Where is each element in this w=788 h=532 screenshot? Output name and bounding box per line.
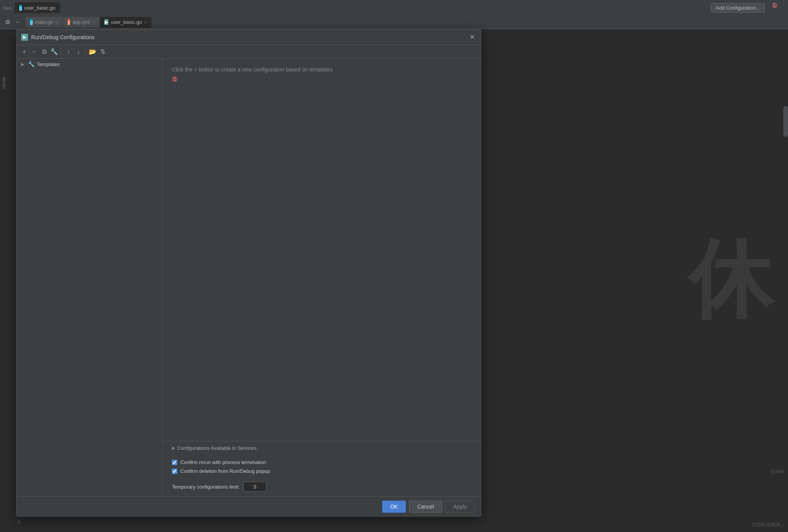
ide-second-tab-bar: ⚙ − g main.go × y app.yml × ▶ user_basic… — [0, 15, 788, 29]
circled-1: ① — [772, 2, 777, 9]
templates-arrow-icon: ▶ — [21, 62, 26, 67]
dialog-titlebar: ▶ Run/Debug Configurations ✕ — [17, 30, 481, 45]
minus-icon[interactable]: − — [13, 18, 22, 27]
copy-config-toolbar-button[interactable]: ⧉ — [40, 47, 49, 56]
remove-config-toolbar-button[interactable]: − — [30, 47, 39, 56]
run-debug-configurations-dialog: ▶ Run/Debug Configurations ✕ + − ⧉ 🔧 ↑ ↓… — [16, 29, 481, 517]
dao-label: dao — [3, 5, 12, 11]
config-section-header[interactable]: ▶ Configurations Available in Services — [172, 445, 472, 451]
tab-close-user[interactable]: × — [144, 20, 146, 25]
dialog-right-panel: Click the + button to create a new confi… — [163, 59, 481, 496]
tab-go-icon-main: g — [30, 19, 33, 25]
gear-icon[interactable]: ⚙ — [3, 18, 12, 27]
tab-user-basic-go[interactable]: ▶ user_basic.go × — [100, 17, 151, 28]
dialog-toolbar: + − ⧉ 🔧 ↑ ↓ 📂 ⇅ — [17, 45, 481, 59]
tab-icon-go: g — [19, 5, 22, 11]
move-down-toolbar-button[interactable]: ↓ — [74, 47, 83, 56]
wrench-toolbar-button[interactable]: 🔧 — [50, 47, 59, 56]
tab-close-yaml[interactable]: × — [92, 20, 95, 25]
scrollbar[interactable] — [783, 106, 788, 137]
wrench-tree-icon: 🔧 — [28, 61, 35, 67]
circled-2-label: ② — [172, 76, 472, 83]
hint-container: Click the + button to create a new confi… — [172, 66, 472, 76]
bg-console-text: nsole — [1, 77, 7, 89]
dialog-title-icon: ▶ — [21, 34, 28, 41]
folder-toolbar-button[interactable]: 📂 — [88, 47, 97, 56]
temp-config-label: Temporary configurations limit: — [172, 484, 239, 490]
confirm-rerun-checkbox[interactable] — [172, 460, 177, 465]
dialog-title: Run/Debug Configurations — [31, 34, 95, 40]
bg-csdn-label: CSDN @两哥... — [752, 522, 784, 528]
apply-button[interactable]: Apply — [445, 501, 475, 513]
dialog-body: ▶ 🔧 Templates Click the + button to crea… — [17, 59, 481, 496]
tab-app-yml[interactable]: y app.yml × — [63, 17, 99, 28]
bg-right-content: 休 GOPA CSDN @两哥... — [673, 29, 788, 532]
dialog-close-button[interactable]: ✕ — [468, 33, 476, 41]
toolbar-separator-2 — [85, 48, 86, 55]
hint-text-prefix: Click the — [172, 66, 193, 73]
config-available-section: ▶ Configurations Available in Services — [163, 441, 481, 455]
hint-plus-symbol: + — [194, 66, 197, 73]
temp-config-input[interactable]: 5 — [243, 482, 266, 492]
dialog-right-content-area: Click the + button to create a new confi… — [163, 59, 481, 441]
temp-config-row: Temporary configurations limit: 5 — [163, 479, 481, 496]
tab-main-go[interactable]: g main.go × — [25, 17, 62, 28]
add-configuration-button[interactable]: Add Configuration... — [711, 3, 765, 13]
checkboxes-area: Confirm rerun with process termination C… — [163, 455, 481, 479]
confirm-deletion-label: Confirm deletion from Run/Debug popup — [180, 468, 270, 474]
ok-button[interactable]: OK — [382, 501, 406, 513]
config-section-arrow-icon: ▶ — [172, 446, 175, 451]
confirm-rerun-checkbox-row[interactable]: Confirm rerun with process termination — [172, 459, 472, 465]
tab-yaml-icon: y — [68, 19, 70, 25]
hint-text-suffix: button to create a new configuration bas… — [199, 66, 333, 73]
add-config-toolbar-button[interactable]: + — [20, 47, 29, 56]
bg-gopath-label: GOPA — [770, 469, 784, 474]
config-section-label: Configurations Available in Services — [177, 445, 256, 451]
cancel-button[interactable]: Cancel — [409, 501, 442, 513]
help-question-icon[interactable]: ? — [17, 520, 20, 526]
confirm-rerun-label: Confirm rerun with process termination — [180, 459, 266, 465]
dialog-footer: OK Cancel Apply — [17, 496, 481, 516]
tab-close-main[interactable]: × — [55, 20, 57, 25]
ide-tab-bar: dao g user_basic.go Add Configuration...… — [0, 0, 788, 15]
templates-tree-item[interactable]: ▶ 🔧 Templates — [17, 59, 162, 70]
dialog-left-panel: ▶ 🔧 Templates — [17, 59, 163, 496]
tab-user-basic-go-top[interactable]: g user_basic.go — [15, 2, 60, 13]
move-up-toolbar-button[interactable]: ↑ — [64, 47, 73, 56]
confirm-deletion-checkbox[interactable] — [172, 469, 177, 474]
dialog-right-main-area — [172, 83, 472, 433]
tab-run-icon: ▶ — [105, 19, 108, 25]
confirm-deletion-checkbox-row[interactable]: Confirm deletion from Run/Debug popup — [172, 468, 472, 474]
sort-toolbar-button[interactable]: ⇅ — [98, 47, 107, 56]
templates-label: Templates — [37, 61, 60, 67]
toolbar-separator-1 — [61, 48, 62, 55]
bg-kanji: 休 — [688, 224, 773, 338]
